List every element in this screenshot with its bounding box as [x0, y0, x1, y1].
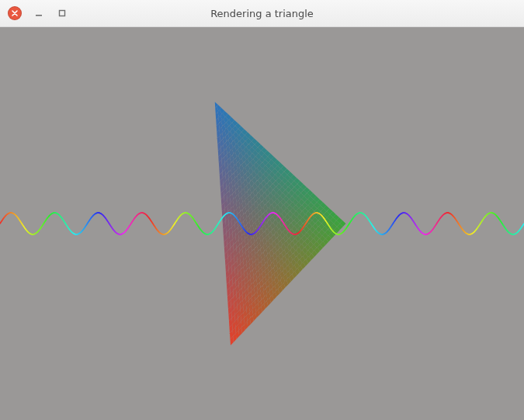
titlebar[interactable]: Rendering a triangle: [0, 0, 524, 27]
minimize-icon: [34, 9, 43, 18]
application-window: Rendering a triangle: [0, 0, 524, 420]
close-icon: [11, 9, 19, 17]
render-viewport: [0, 27, 524, 420]
close-button[interactable]: [8, 6, 22, 20]
maximize-button[interactable]: [56, 7, 68, 19]
window-controls: [8, 6, 68, 20]
maximize-icon: [57, 9, 67, 18]
window-title: Rendering a triangle: [0, 8, 524, 19]
svg-rect-0: [36, 15, 42, 16]
svg-rect-1: [60, 11, 65, 16]
gl-canvas: [0, 27, 524, 420]
minimize-button[interactable]: [33, 7, 45, 19]
